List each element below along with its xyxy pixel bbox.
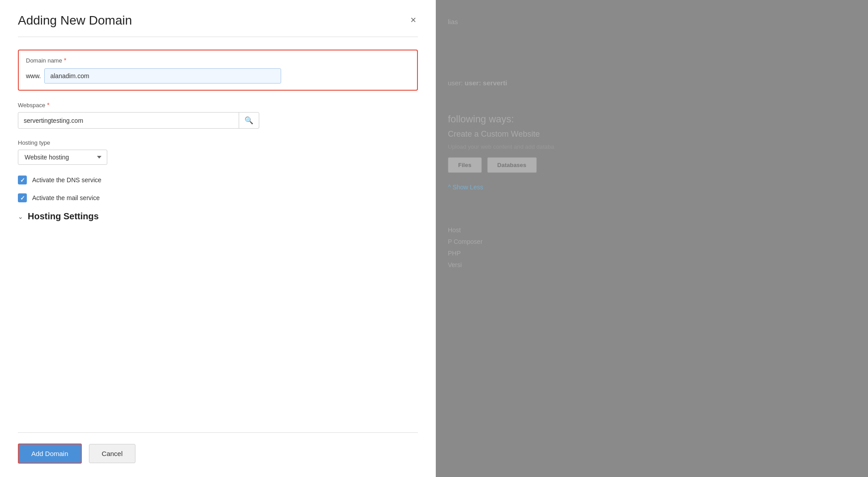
- dns-checkbox-row: ✓ Activate the DNS service: [18, 176, 418, 184]
- bg-composer-label: P Composer: [448, 238, 855, 245]
- modal-title: Adding New Domain: [18, 13, 132, 28]
- mail-checkbox[interactable]: ✓: [18, 193, 27, 202]
- hosting-type-select[interactable]: Website hosting Forwarding None: [18, 150, 107, 165]
- mail-checkbox-label[interactable]: Activate the mail service: [32, 194, 100, 201]
- bg-versi-label: Versi: [448, 261, 855, 268]
- cancel-button[interactable]: Cancel: [89, 444, 136, 463]
- checkmark-icon-2: ✓: [20, 195, 25, 201]
- webspace-search-button[interactable]: 🔍: [239, 113, 259, 128]
- dns-checkbox[interactable]: ✓: [18, 176, 27, 184]
- bg-files-button: Files: [448, 157, 482, 173]
- bg-host-label: Host: [448, 226, 855, 234]
- bg-user-text: user: user: serverti: [448, 79, 855, 87]
- domain-name-label: Domain name *: [26, 57, 410, 64]
- bg-databases-button: Databases: [487, 157, 537, 173]
- modal-body: Domain name * www. Webspace * 🔍 Ho: [18, 50, 418, 432]
- domain-name-section: Domain name * www.: [18, 50, 418, 91]
- modal-header: Adding New Domain ×: [18, 13, 418, 28]
- mail-checkbox-row: ✓ Activate the mail service: [18, 193, 418, 202]
- search-icon: 🔍: [244, 117, 253, 124]
- add-domain-button[interactable]: Add Domain: [18, 444, 82, 464]
- hosting-settings-title: Hosting Settings: [28, 211, 99, 222]
- domain-name-input[interactable]: [44, 68, 281, 84]
- webspace-field-group: Webspace * 🔍: [18, 101, 418, 129]
- chevron-down-icon: ⌄: [18, 213, 23, 220]
- webspace-label: Webspace *: [18, 101, 418, 109]
- www-prefix: www.: [26, 72, 41, 80]
- hosting-type-field-group: Hosting type Website hosting Forwarding …: [18, 139, 418, 165]
- hosting-type-wrapper: Website hosting Forwarding None: [18, 150, 107, 165]
- bg-php-label: PHP: [448, 250, 855, 257]
- checkmark-icon: ✓: [20, 177, 25, 184]
- webspace-input[interactable]: [18, 113, 239, 128]
- bg-following-ways: following ways:: [448, 113, 855, 125]
- domain-input-row: www.: [26, 68, 410, 84]
- bg-custom-website-subtext: Upload your web content and add databa: [448, 143, 855, 150]
- background-panel: lias user: user: serverti following ways…: [434, 0, 868, 477]
- close-button[interactable]: ×: [409, 13, 418, 27]
- dns-checkbox-label[interactable]: Activate the DNS service: [32, 176, 101, 184]
- webspace-input-row: 🔍: [18, 112, 259, 129]
- bg-show-less: ^ Show Less: [448, 184, 855, 191]
- modal-footer: Add Domain Cancel: [18, 432, 418, 464]
- domain-name-required: *: [64, 57, 66, 64]
- hosting-settings-row[interactable]: ⌄ Hosting Settings: [18, 211, 418, 222]
- bg-custom-website: Create a Custom Website: [448, 130, 855, 139]
- modal-divider: [18, 37, 418, 37]
- add-domain-modal: Adding New Domain × Domain name * www. W…: [0, 0, 436, 477]
- hosting-type-label: Hosting type: [18, 139, 418, 146]
- bg-aliases-text: lias: [448, 18, 855, 25]
- webspace-required: *: [47, 101, 49, 109]
